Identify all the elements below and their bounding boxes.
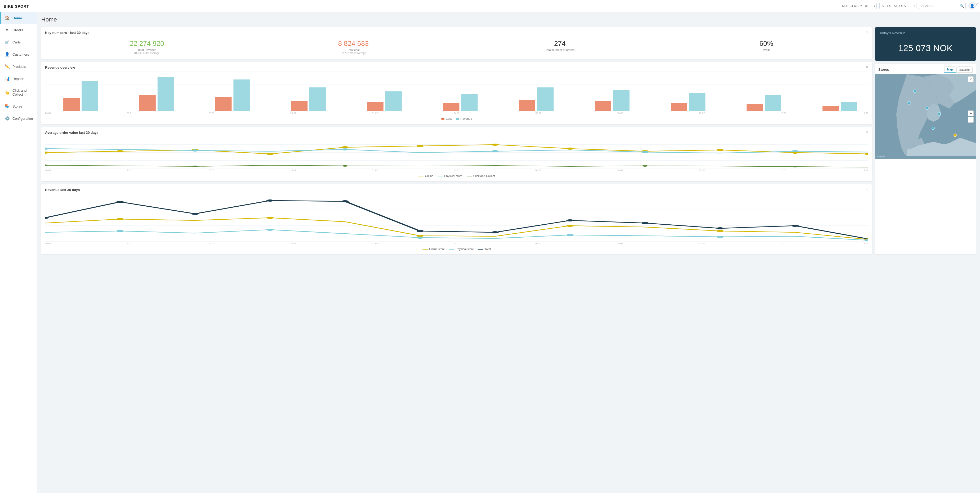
revenue-30-chart: [45, 194, 868, 242]
kn-profit: 60% Profit: [665, 40, 869, 54]
kn-orders-label: Total number of orders: [458, 48, 662, 51]
svg-point-69: [791, 225, 799, 227]
avg-order-chart-area: 20.01 23.01 26.01 29.01 01.02 04.02 07.0…: [41, 137, 872, 181]
sidebar-item-click-collect[interactable]: 👆 Click and Collect: [0, 85, 37, 100]
svg-point-64: [416, 230, 424, 232]
svg-point-74: [566, 225, 574, 227]
svg-point-68: [716, 227, 724, 229]
map-expand-button[interactable]: ⤢: [968, 76, 974, 82]
zoom-in-button[interactable]: +: [968, 110, 974, 116]
page-body: Home ··· Key numbers - last 30 days × 22…: [37, 12, 980, 493]
revenue-30-title: Revenue last 30 days: [45, 188, 80, 192]
kn-profit-value: 60%: [665, 40, 869, 48]
left-column: Key numbers - last 30 days × 22 274 920 …: [41, 27, 872, 254]
click-collect-label: Click and Collect: [473, 174, 495, 178]
svg-rect-17: [537, 87, 554, 111]
revenue-overview-chart-area: 20.01 23.01 26.01 29.01 01.02 04.02 07.0…: [41, 72, 872, 124]
revenue-overview-close[interactable]: ×: [866, 65, 868, 69]
physical-store-label: Physical store: [455, 247, 474, 251]
stores-select[interactable]: SELECT STORES: [879, 3, 916, 9]
sidebar-item-stores[interactable]: 🏪 Stores: [0, 100, 37, 112]
sidebar-label-click-collect: Click and Collect: [13, 89, 33, 96]
todays-revenue-amount: 125 073 NOK: [879, 38, 972, 56]
avg-order-close[interactable]: ×: [866, 130, 868, 135]
svg-rect-19: [613, 90, 630, 111]
svg-point-42: [864, 153, 868, 155]
revenue-dot: [456, 118, 459, 120]
legend-click-collect: Click and Collect: [467, 174, 495, 178]
svg-point-66: [566, 219, 574, 221]
svg-point-40: [716, 149, 724, 151]
sidebar-item-home[interactable]: 🏠 Home: [0, 12, 37, 24]
avg-order-chart: [45, 137, 868, 169]
svg-point-77: [116, 230, 124, 232]
map-svg: [875, 74, 976, 159]
svg-rect-24: [822, 106, 839, 111]
svg-rect-9: [233, 80, 250, 111]
sidebar-label-orders: Orders: [13, 28, 23, 32]
avg-order-card: Average order value last 30 days ×: [41, 127, 872, 181]
sidebar-item-orders[interactable]: ≡ Orders: [0, 24, 37, 36]
svg-rect-5: [81, 81, 98, 111]
svg-point-52: [492, 165, 498, 166]
svg-point-81: [716, 236, 724, 238]
sidebar-label-reports: Reports: [13, 77, 25, 81]
svg-point-49: [45, 164, 48, 166]
svg-point-63: [341, 200, 349, 202]
revenue-label: Revenue: [460, 117, 472, 120]
todays-revenue-title: Today's Revenue: [879, 31, 972, 35]
avg-order-legend: Online Physical store Click and Collect: [45, 173, 868, 178]
map-tab-satellite[interactable]: Satellite: [956, 67, 973, 73]
user-avatar[interactable]: 👤: [968, 2, 976, 10]
more-options-button[interactable]: ···: [972, 18, 976, 22]
svg-point-78: [266, 229, 274, 231]
cost-dot: [441, 118, 444, 120]
sidebar-item-carts[interactable]: 🛒 Carts: [0, 36, 37, 48]
map-footer: Google: [877, 155, 885, 158]
svg-point-36: [416, 145, 424, 147]
stores-map-card: Stores Map Satellite ×: [875, 64, 976, 254]
svg-point-44: [191, 149, 199, 151]
reports-icon: 📊: [5, 76, 10, 81]
sidebar-item-products[interactable]: ✏️ Products: [0, 60, 37, 73]
revenue-30-chart-area: 20.01 23.01 26.01 29.01 01.02 04.02 07.0…: [41, 194, 872, 254]
map-tab-map[interactable]: Map: [944, 67, 956, 73]
svg-rect-23: [765, 95, 781, 111]
legend-cost: Cost: [441, 117, 452, 120]
svg-point-32: [116, 150, 124, 152]
svg-rect-6: [139, 95, 156, 111]
revenue-30-close[interactable]: ×: [866, 188, 868, 192]
cost-label: Cost: [446, 117, 452, 120]
online-line: [418, 176, 423, 177]
stores-select-wrapper: SELECT STORES: [879, 3, 916, 9]
sidebar-item-reports[interactable]: 📊 Reports: [0, 73, 37, 85]
topbar: SELECT MARKETS SELECT STORES 🔍 👤: [37, 0, 980, 12]
search-input[interactable]: [919, 3, 966, 9]
svg-point-37: [491, 143, 499, 146]
sidebar-item-customers[interactable]: 👤 Customers: [0, 48, 37, 60]
revenue-legend: Cost Revenue: [45, 116, 868, 121]
kn-cost-label: Total cost: [251, 48, 455, 51]
svg-point-62: [266, 199, 274, 202]
zoom-out-button[interactable]: −: [968, 117, 974, 122]
kn-orders-value: 274: [458, 40, 662, 48]
svg-rect-15: [461, 94, 477, 111]
home-icon: 🏠: [5, 16, 10, 21]
svg-point-71: [116, 218, 124, 220]
key-numbers-title: Key numbers - last 30 days: [45, 31, 89, 35]
search-button[interactable]: 🔍: [960, 4, 964, 8]
markets-select[interactable]: SELECT MARKETS: [840, 3, 877, 9]
kn-revenue-value: 22 274 920: [45, 40, 249, 48]
svg-point-61: [191, 213, 199, 215]
orders-icon: ≡: [5, 28, 10, 32]
main-content: SELECT MARKETS SELECT STORES 🔍 👤 Home ··…: [37, 0, 980, 493]
click-collect-line: [467, 176, 472, 177]
config-icon: ⚙️: [5, 116, 10, 121]
svg-point-72: [266, 217, 274, 219]
online-store-line: [422, 249, 428, 250]
svg-rect-10: [291, 101, 307, 111]
key-numbers-close[interactable]: ×: [866, 30, 868, 35]
sidebar-item-configuration[interactable]: ⚙️ Configuration: [0, 112, 37, 124]
physical-label: Physical store: [444, 174, 462, 178]
legend-revenue: Revenue: [456, 117, 472, 120]
